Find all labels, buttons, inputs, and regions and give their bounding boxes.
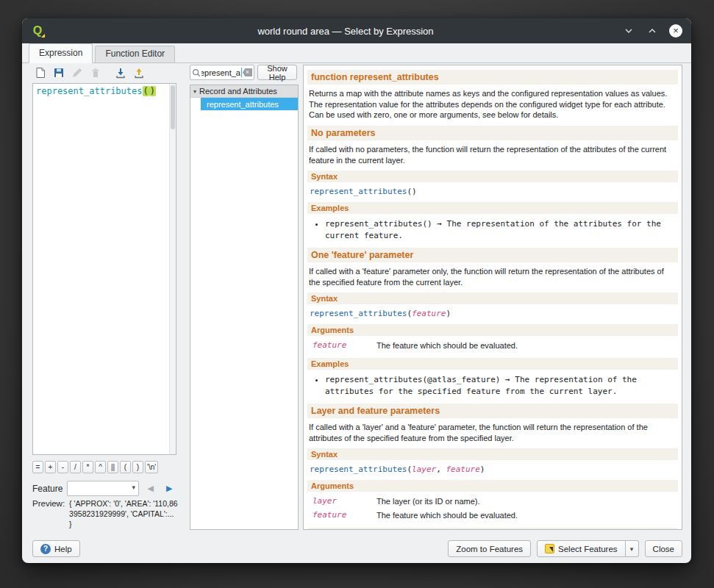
examples-label: Examples (307, 358, 678, 370)
import-expression-button[interactable] (113, 65, 129, 81)
help-button[interactable]: ? Help (32, 540, 80, 557)
example-arrow: → (500, 375, 515, 384)
new-expression-button[interactable] (32, 65, 49, 81)
operator-power-button[interactable]: ^ (95, 461, 106, 473)
example-item: represent_attributes() → The representat… (325, 217, 675, 243)
delete-expression-button[interactable] (88, 65, 104, 81)
select-features-label: Select Features (558, 545, 618, 553)
text-caret (241, 68, 242, 77)
preview-value: { 'APPROX': '0', 'AREA': '110,8639582319… (69, 498, 178, 530)
operator-equals-button[interactable]: = (32, 461, 43, 473)
arrow-down-tray-icon (115, 67, 126, 79)
save-expression-button[interactable] (51, 65, 67, 81)
example-item: represent_attributes(@atlas_feature) → T… (325, 373, 675, 398)
arguments-table: featureThe feature which should be evalu… (307, 337, 678, 356)
previous-feature-button[interactable]: ◀ (143, 481, 158, 496)
close-paren: ) (446, 309, 451, 318)
tree-item-represent-attributes[interactable]: represent_attributes (201, 98, 298, 110)
arrow-up-tray-icon (133, 67, 145, 79)
examples-list: represent_attributes() → The representat… (325, 217, 675, 243)
examples-list: represent_attributes(@atlas_feature) → T… (325, 373, 675, 398)
help-section-body: If called with no parameters, the functi… (307, 142, 678, 169)
operator-open-paren-button[interactable]: ( (120, 461, 131, 473)
function-name: represent_attributes (310, 187, 407, 196)
window-maximize-button[interactable] (646, 24, 659, 37)
window-close-button[interactable]: × (669, 24, 682, 37)
argument-description: The feature which should be evaluated. (376, 510, 518, 520)
feature-combobox[interactable]: ▾ (67, 481, 139, 496)
operator-divide-button[interactable]: / (70, 461, 81, 473)
argument-name: feature (309, 340, 376, 351)
syntax-parameter: feature (412, 309, 446, 318)
select-features-icon (545, 544, 554, 553)
trash-icon (90, 67, 101, 79)
export-expression-button[interactable] (131, 65, 147, 81)
close-icon: × (669, 24, 682, 37)
zoom-to-features-button[interactable]: Zoom to Features (448, 540, 531, 557)
param-separator: , (436, 465, 446, 474)
syntax-label: Syntax (307, 448, 678, 460)
tab-expression[interactable]: Expression (29, 43, 93, 63)
expander-triangle-icon: ▾ (193, 88, 196, 95)
operator-concat-button[interactable]: || (107, 461, 118, 473)
window-shade-button[interactable] (622, 24, 635, 37)
help-icon: ? (40, 544, 51, 554)
argument-row: layerThe layer (or its ID or name). (309, 495, 676, 508)
pencil-icon (71, 67, 83, 79)
tab-bar: Expression Function Editor (22, 43, 691, 63)
help-section-heading: Layer and feature parameters (307, 404, 678, 418)
argument-name: layer (309, 496, 376, 506)
syntax-code: represent_attributes() (307, 184, 678, 201)
argument-name: feature (309, 510, 376, 520)
search-input[interactable]: represent_a × (190, 65, 254, 80)
operator-newline-button[interactable]: '\n' (145, 461, 158, 473)
tree-item-label: represent_attributes (207, 100, 279, 109)
help-section-heading: One 'feature' parameter (307, 248, 678, 262)
expression-toolbar (32, 65, 147, 81)
next-feature-button[interactable]: ▶ (162, 481, 176, 496)
close-paren: ) (480, 465, 485, 474)
feature-label: Feature (32, 484, 63, 494)
close-paren: ) (412, 187, 417, 196)
chevron-down-icon (624, 26, 633, 35)
desktop-background: Q world round area — Select by Expressio… (0, 0, 714, 588)
expression-editor[interactable]: represent_attributes() (32, 83, 176, 455)
syntax-parameter: layer (412, 465, 436, 474)
window-controls: × (622, 18, 682, 43)
operator-plus-button[interactable]: + (45, 461, 56, 473)
syntax-label: Syntax (307, 171, 678, 182)
close-button[interactable]: Close (645, 540, 682, 557)
function-help-panel: function represent_attributes Returns a … (303, 65, 682, 530)
help-section-body: If called with a 'feature' parameter onl… (307, 264, 678, 291)
operator-multiply-button[interactable]: * (82, 461, 93, 473)
close-paren: ) (149, 86, 156, 96)
show-help-button[interactable]: Show Help (257, 65, 297, 80)
syntax-code: represent_attributes(feature) (307, 306, 678, 323)
argument-description: The feature which should be evaluated. (376, 340, 518, 351)
expression-code-line: represent_attributes() (36, 86, 173, 96)
select-by-expression-dialog: Q world round area — Select by Expressio… (22, 18, 691, 563)
tree-group-record-and-attributes[interactable]: ▾ Record and Attributes (190, 85, 298, 98)
help-intro: Returns a map with the attribute names a… (307, 86, 678, 124)
select-features-split-button: Select Features ▾ (537, 540, 639, 557)
feature-row: Feature ▾ ◀ ▶ (32, 481, 176, 496)
function-tree: ▾ Record and Attributes represent_attrib… (190, 85, 299, 530)
select-features-dropdown-button[interactable]: ▾ (626, 540, 639, 557)
titlebar[interactable]: Q world round area — Select by Expressio… (22, 18, 691, 43)
qgis-logo-icon: Q (30, 24, 45, 38)
argument-row: featureThe feature which should be evalu… (309, 509, 676, 522)
function-name: represent_attributes (310, 309, 407, 318)
search-input-value: represent_a (201, 68, 240, 77)
operator-close-paren-button[interactable]: ) (132, 461, 143, 473)
operator-buttons: = + - / * ^ || ( ) '\n' (32, 461, 158, 473)
examples-label: Examples (307, 202, 678, 214)
help-section-body: If called with a 'layer' and a 'feature'… (307, 420, 678, 447)
operator-minus-button[interactable]: - (57, 461, 68, 473)
select-features-button[interactable]: Select Features (537, 540, 626, 557)
page-icon (35, 67, 46, 79)
editor-scrollbar[interactable] (169, 84, 176, 454)
tab-function-editor[interactable]: Function Editor (95, 46, 175, 62)
preview-row: Preview: { 'APPROX': '0', 'AREA': '110,8… (32, 498, 178, 530)
edit-expression-button[interactable] (69, 65, 85, 81)
clear-search-icon[interactable]: × (243, 68, 252, 76)
